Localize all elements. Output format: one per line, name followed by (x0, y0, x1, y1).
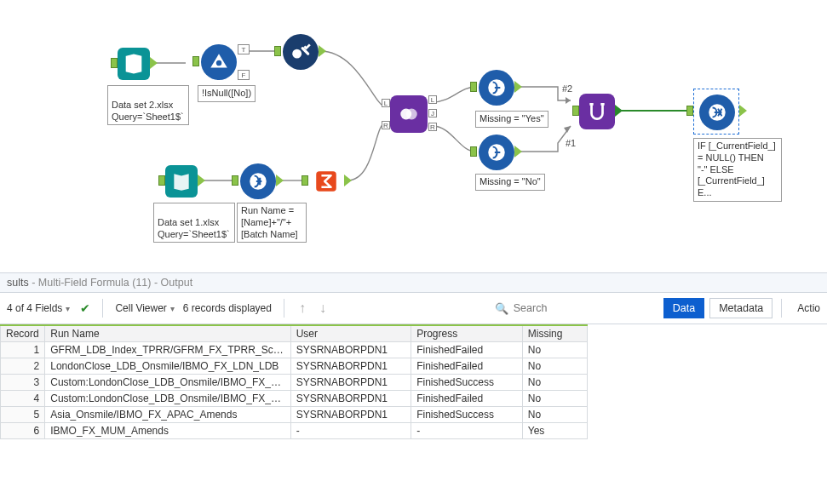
cell-user: - (290, 423, 411, 439)
filter-false-port: F (238, 70, 250, 80)
cell-run-name: GFRM_LDB_Index_TPRR/GFRM_FX_TPRR_Scenari… (45, 342, 290, 358)
cell-run-name: Custom:LondonClose_LDB_Onsmile/IBMO_FX_L… (45, 375, 290, 391)
sort-asc-button[interactable]: ↑ (296, 301, 308, 316)
cell-record: 2 (1, 358, 45, 375)
cell-user: SYSRNABORPDN1 (290, 407, 411, 423)
cell-viewer-dropdown[interactable]: Cell Viewer▾ (115, 302, 174, 314)
workflow-canvas[interactable]: Data set 2.xlsxQuery=`Sheet1$` T F !IsNu… (0, 0, 827, 272)
sort-desc-button[interactable]: ↓ (317, 301, 329, 316)
input-data-tool[interactable] (118, 48, 150, 80)
formula-tool[interactable] (479, 135, 514, 170)
cell-progress: FinishedSuccess (411, 375, 523, 391)
cell-run-name: Custom:LondonClose_LDB_Onsmile/IBMO_FX_L… (45, 391, 290, 407)
join-l-in: L (382, 99, 390, 107)
col-header-record[interactable]: Record (1, 325, 45, 342)
svg-point-2 (216, 60, 222, 66)
cell-record: 1 (1, 342, 45, 358)
col-header-progress[interactable]: Progress (411, 325, 523, 342)
selected-tool-outline (693, 89, 739, 135)
cell-user: SYSRNABORPDN1 (290, 358, 411, 375)
cell-user: SYSRNABORPDN1 (290, 375, 411, 391)
union-port-label: #1 (566, 138, 576, 148)
formula-annotation: Missing = "Yes" (475, 111, 548, 128)
filter-tool[interactable] (201, 44, 237, 80)
cell-progress: FinishedFailed (411, 358, 523, 375)
mff-annotation: IF [_CurrentField_] = NULL() THEN "-" EL… (693, 138, 782, 202)
col-header-missing[interactable]: Missing (522, 325, 587, 342)
cell-record: 4 (1, 391, 45, 407)
union-port-label: #2 (562, 83, 572, 94)
cell-progress: FinishedFailed (411, 342, 523, 358)
cell-missing: No (522, 391, 587, 407)
tab-metadata[interactable]: Metadata (709, 298, 772, 318)
cell-missing: No (522, 375, 587, 391)
search-icon: 🔍 (495, 302, 508, 315)
results-pane-header: sults - Multi-Field Formula (11) - Outpu… (0, 272, 827, 293)
summarize-tool[interactable] (308, 163, 344, 199)
filter-true-port: T (238, 44, 250, 54)
filter-annotation: !IsNull([No]) (198, 85, 256, 102)
col-header-user[interactable]: User (290, 325, 411, 342)
cell-user: SYSRNABORPDN1 (290, 391, 411, 407)
cell-user: SYSRNABORPDN1 (290, 342, 411, 358)
tab-data[interactable]: Data (663, 298, 704, 318)
input-data-tool[interactable] (165, 165, 198, 198)
join-j-out: J (428, 109, 437, 117)
formula-annotation: Run Name = [Name]+"/"+ [Batch Name] (237, 203, 307, 243)
cell-run-name: Asia_Onsmile/IBMO_FX_APAC_Amends (45, 407, 290, 423)
input-annotation: Data set 1.xlsxQuery=`Sheet1$` (153, 203, 235, 243)
formula-annotation: Missing = "No" (475, 174, 545, 191)
formula-tool[interactable] (240, 163, 276, 199)
cell-run-name: LondonClose_LDB_Onsmile/IBMO_FX_LDN_LDB (45, 358, 290, 375)
search-input[interactable] (514, 302, 658, 314)
multi-field-formula-tool[interactable] (699, 94, 735, 130)
fields-dropdown[interactable]: 4 of 4 Fields▾ (7, 302, 70, 314)
svg-marker-1 (564, 126, 571, 133)
formula-tool[interactable] (479, 70, 514, 106)
cell-missing: No (522, 342, 587, 358)
results-toolbar: 4 of 4 Fields▾ ✔ Cell Viewer▾ 6 records … (0, 293, 827, 324)
cell-progress: - (411, 423, 523, 439)
cell-missing: No (522, 358, 587, 375)
table-header-row: Record Run Name User Progress Missing (1, 325, 588, 342)
cell-record: 5 (1, 407, 45, 423)
unique-tool[interactable] (283, 34, 319, 70)
chevron-down-icon: ▾ (170, 304, 175, 313)
join-tool[interactable] (390, 95, 428, 133)
svg-point-7 (406, 109, 417, 120)
cell-progress: FinishedSuccess (411, 407, 523, 423)
join-r-in: R (382, 121, 390, 129)
table-row[interactable]: 4Custom:LondonClose_LDB_Onsmile/IBMO_FX_… (1, 391, 588, 407)
actions-menu[interactable]: Actio (797, 302, 820, 314)
chevron-down-icon: ▾ (66, 304, 70, 313)
table-row[interactable]: 6IBMO_FX_MUM_Amends--Yes (1, 423, 588, 439)
table-row[interactable]: 3Custom:LondonClose_LDB_Onsmile/IBMO_FX_… (1, 375, 588, 391)
cell-missing: No (522, 407, 587, 423)
check-icon: ✔ (80, 301, 90, 315)
table-row[interactable]: 5Asia_Onsmile/IBMO_FX_APAC_AmendsSYSRNAB… (1, 407, 588, 423)
svg-rect-5 (316, 171, 336, 192)
table-row[interactable]: 2LondonClose_LDB_Onsmile/IBMO_FX_LDN_LDB… (1, 358, 588, 375)
join-l-out: L (428, 95, 437, 104)
cell-missing: Yes (522, 423, 587, 439)
cell-run-name: IBMO_FX_MUM_Amends (45, 423, 290, 439)
join-r-out: R (428, 123, 437, 131)
table-row[interactable]: 1GFRM_LDB_Index_TPRR/GFRM_FX_TPRR_Scenar… (1, 342, 588, 358)
svg-point-3 (292, 49, 302, 59)
records-count: 6 records displayed (183, 302, 272, 314)
cell-record: 6 (1, 423, 45, 439)
cell-progress: FinishedFailed (411, 391, 523, 407)
cell-record: 3 (1, 375, 45, 391)
union-tool[interactable] (579, 94, 615, 129)
col-header-run-name[interactable]: Run Name (45, 325, 290, 342)
input-annotation: Data set 2.xlsxQuery=`Sheet1$` (107, 85, 189, 125)
results-table[interactable]: Record Run Name User Progress Missing 1G… (0, 324, 588, 439)
svg-marker-0 (566, 97, 571, 104)
